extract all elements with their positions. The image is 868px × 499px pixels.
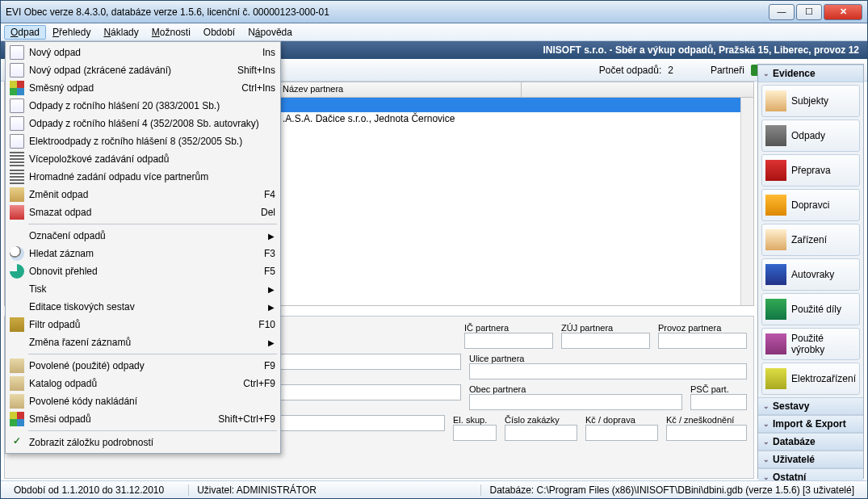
- menu-item[interactable]: Nový odpadIns: [7, 44, 279, 61]
- i-doc-icon: [10, 134, 24, 149]
- i-del-icon: [10, 205, 24, 220]
- sp-btn-pou-it-v-robky[interactable]: Použité výrobky: [761, 328, 860, 360]
- sp-section[interactable]: ⌄Import & Export: [758, 415, 863, 433]
- input-zuj[interactable]: [561, 333, 650, 349]
- status-user: Uživatel: ADMINISTRÁTOR: [188, 484, 325, 496]
- input-zakazka[interactable]: [505, 425, 577, 441]
- menu-item-label: Hledat záznam: [29, 248, 259, 259]
- menu-item[interactable]: Smazat odpadDel: [7, 203, 279, 221]
- input-psc[interactable]: [690, 394, 747, 410]
- sp-btn-autovraky[interactable]: Autovraky: [761, 258, 860, 291]
- status-period: Období od 1.1.2010 do 31.12.2010: [6, 484, 172, 496]
- menu-item[interactable]: Změna řazení záznamů▶: [7, 333, 279, 351]
- sp-section[interactable]: ⌄Databáze: [758, 433, 863, 451]
- sp-btn-subjekty[interactable]: Subjekty: [761, 85, 860, 117]
- menu-shortcut: F10: [258, 319, 275, 330]
- menu-item-label: Smazat odpad: [29, 207, 256, 218]
- i-cat-icon: [10, 359, 24, 373]
- menu-item[interactable]: Změnit odpadF4: [7, 186, 279, 203]
- menu-item-label: Hromadné zadání odpadu více partnerům: [29, 171, 275, 182]
- menu-item[interactable]: ✓Zobrazit záložku podrobností: [7, 434, 279, 451]
- sp-btn-za-zen-[interactable]: Zařízení: [761, 224, 860, 256]
- sp-icon: [765, 368, 786, 389]
- status-db: Databáze: C:\Program Files (x86)\INISOFT…: [480, 484, 862, 496]
- sp-btn-pou-it-d-ly[interactable]: Použité díly: [761, 293, 860, 325]
- menu-přehledy[interactable]: Přehledy: [46, 25, 97, 40]
- menu-item[interactable]: Povolené (použité) odpadyF9: [7, 357, 279, 375]
- close-button[interactable]: ✕: [824, 4, 862, 20]
- minimize-button[interactable]: —: [769, 4, 795, 20]
- main-window: EVI Obec verze 8.4.3.0, databáze verze 1…: [0, 0, 868, 499]
- menu-item-label: Povolené kódy nakládání: [29, 396, 275, 407]
- odpad-menu-dropdown: Nový odpadInsNový odpad (zkrácené zadává…: [5, 41, 281, 454]
- sp-section[interactable]: ⌄Sestavy: [758, 397, 863, 415]
- menu-item-label: Směsi odpadů: [29, 413, 213, 425]
- menubar: OdpadPřehledyNákladyMožnostiObdobíNápově…: [1, 23, 867, 41]
- input-obec[interactable]: [469, 394, 682, 410]
- menu-item[interactable]: Filtr odpadůF10: [7, 316, 279, 333]
- i-mix-icon: [10, 81, 24, 95]
- sp-section[interactable]: ⌄Uživatelé: [758, 451, 863, 468]
- menu-shortcut: F5: [264, 266, 275, 277]
- maximize-button[interactable]: ☐: [796, 4, 822, 20]
- menu-období[interactable]: Období: [197, 25, 241, 40]
- sp-btn-label: Subjekty: [791, 95, 828, 107]
- sp-btn-p-eprava[interactable]: Přeprava: [761, 154, 860, 187]
- menu-item-label: Odpady z ročního hlášení 4 (352/2008 Sb.…: [29, 118, 275, 129]
- menu-item[interactable]: Tisk▶: [7, 280, 279, 298]
- cell: .A.S.A. Dačice s.r.o., Jednota Černovice: [279, 112, 522, 127]
- sp-icon: [765, 264, 786, 285]
- label-zuj: ZÚJ partnera: [561, 323, 650, 333]
- menu-item-label: Změna řazení záznamů: [29, 337, 262, 348]
- menu-item[interactable]: Obnovit přehledF5: [7, 262, 279, 280]
- input-provoz[interactable]: [658, 333, 747, 349]
- menu-item[interactable]: Elektroodpady z ročního hlášení 8 (352/2…: [7, 132, 279, 150]
- menu-item[interactable]: Hledat záznamF3: [7, 245, 279, 262]
- menu-nápověda[interactable]: Nápověda: [241, 25, 299, 40]
- input-doprava[interactable]: [585, 425, 658, 441]
- menu-item[interactable]: Editace tiskových sestav▶: [7, 298, 279, 316]
- input-znesk[interactable]: [666, 425, 747, 441]
- sp-btn-label: Použité díly: [791, 304, 841, 315]
- menu-shortcut: Shift+Ctrl+F9: [218, 413, 275, 425]
- input-ulice[interactable]: [469, 363, 747, 379]
- count-label: Počet odpadů:: [599, 65, 661, 76]
- menu-možnosti[interactable]: Možnosti: [145, 25, 197, 40]
- sp-btn-dopravci[interactable]: Dopravci: [761, 189, 860, 221]
- sp-icon: [765, 125, 786, 146]
- sp-btn-odpady[interactable]: Odpady: [761, 120, 860, 152]
- menu-item[interactable]: Nový odpad (zkrácené zadávání)Shift+Ins: [7, 61, 279, 79]
- menu-item[interactable]: Hromadné zadání odpadu více partnerům: [7, 168, 279, 186]
- side-panel: ⌄EvidenceSubjektyOdpadyPřepravaDopravciZ…: [757, 64, 864, 479]
- label-obec: Obec partnera: [469, 384, 682, 394]
- titlebar: EVI Obec verze 8.4.3.0, databáze verze 1…: [1, 1, 867, 23]
- menu-item[interactable]: Povolené kódy nakládání: [7, 392, 279, 410]
- menu-item-label: Změnit odpad: [29, 189, 259, 200]
- vertical-scrollbar[interactable]: [740, 98, 753, 305]
- menu-item[interactable]: Odpady z ročního hlášení 4 (352/2008 Sb.…: [7, 115, 279, 132]
- sp-section-evidence[interactable]: ⌄Evidence: [758, 65, 863, 82]
- menu-item[interactable]: Směsi odpadůShift+Ctrl+F9: [7, 410, 279, 428]
- blank-icon: [10, 300, 24, 314]
- menu-item[interactable]: Odpady z ročního hlášení 20 (383/2001 Sb…: [7, 97, 279, 115]
- sp-btn-label: Přeprava: [791, 165, 831, 176]
- menu-item-label: Nový odpad (zkrácené zadávání): [29, 65, 233, 76]
- sp-btn-label: Elektrozařízení: [791, 373, 856, 384]
- menu-odpad[interactable]: Odpad: [4, 25, 46, 40]
- menu-item-label: Zobrazit záložku podrobností: [29, 437, 275, 448]
- input-elskup[interactable]: [453, 425, 497, 441]
- menu-item[interactable]: Vícepoložkové zadávání odpadů: [7, 150, 279, 168]
- sp-btn-elektroza-zen-[interactable]: Elektrozařízení: [761, 363, 860, 395]
- i-list-icon: [10, 170, 24, 184]
- menu-item-label: Editace tiskových sestav: [29, 301, 262, 312]
- menu-item[interactable]: Směsný odpadCtrl+Ins: [7, 79, 279, 97]
- menu-náklady[interactable]: Náklady: [97, 25, 145, 40]
- menu-item[interactable]: Označení odpadů▶: [7, 227, 279, 245]
- menu-item-label: Tisk: [29, 283, 262, 295]
- submenu-arrow-icon: ▶: [267, 303, 275, 312]
- i-refresh-icon: [10, 264, 24, 279]
- menu-shortcut: Del: [261, 207, 275, 218]
- input-ic[interactable]: [464, 333, 553, 349]
- menu-item[interactable]: Katalog odpadůCtrl+F9: [7, 375, 279, 392]
- col-header[interactable]: Název partnera: [279, 82, 522, 97]
